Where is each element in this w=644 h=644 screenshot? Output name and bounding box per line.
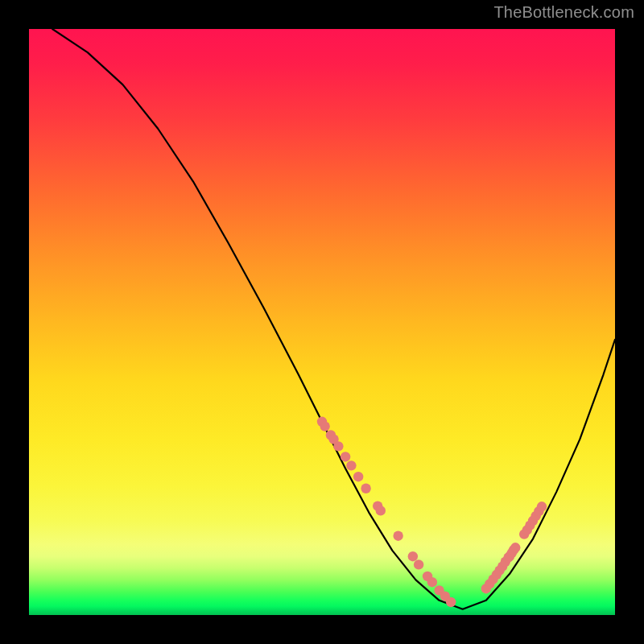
highlight-dot — [361, 484, 370, 493]
highlight-dot — [346, 460, 356, 470]
plot-area — [29, 29, 615, 615]
highlight-dot — [320, 421, 329, 431]
highlight-dot — [333, 441, 343, 451]
highlight-dot — [376, 506, 386, 515]
chart-frame: TheBottleneck.com — [0, 0, 644, 644]
highlight-dot — [408, 551, 418, 561]
highlight-dot — [414, 559, 423, 569]
watermark-text: TheBottleneck.com — [493, 3, 634, 22]
chart-svg — [29, 29, 615, 615]
highlight-dot — [393, 531, 402, 541]
highlight-dot — [537, 502, 547, 511]
highlight-dot — [446, 597, 456, 607]
highlight-dot — [427, 577, 437, 587]
highlight-dot — [353, 472, 363, 481]
highlight-dot — [341, 452, 350, 461]
highlight-dot — [510, 543, 520, 552]
